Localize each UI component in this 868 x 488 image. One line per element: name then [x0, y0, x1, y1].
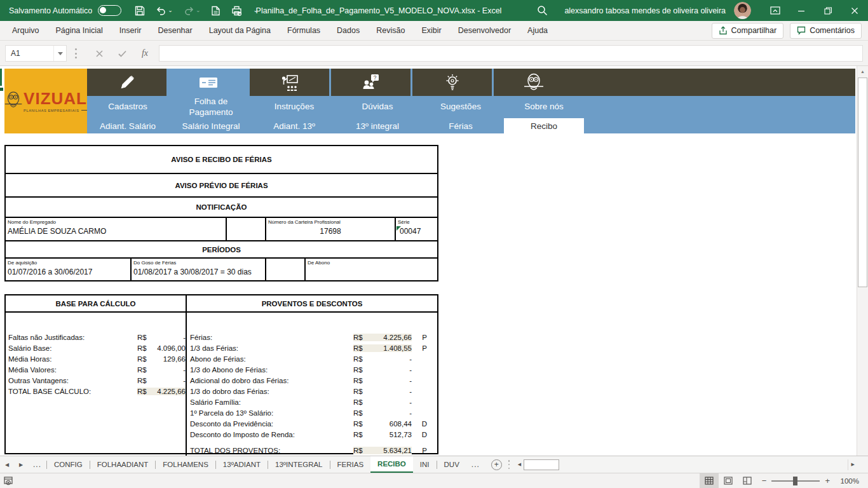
provento-row[interactable]: Salário Família: R$-	[187, 396, 437, 407]
tab-revisao[interactable]: Revisão	[368, 21, 413, 40]
tab-exibir[interactable]: Exibir	[413, 21, 449, 40]
sheet-nav-right-icon[interactable]: ▶	[14, 462, 28, 468]
cancel-entry-button[interactable]	[88, 45, 111, 62]
acquisition-period-cell[interactable]: De aquisição 01/07/2016 a 30/06/2017	[6, 259, 130, 280]
employee-name-cell[interactable]: Nome do Empregado AMÉLIA DE SOUZA CARMO	[6, 218, 226, 240]
zoom-in-button[interactable]: +	[820, 476, 835, 485]
base-row[interactable]: Média Valores: R$-	[6, 364, 186, 375]
user-avatar[interactable]	[734, 2, 751, 19]
page-layout-view-button[interactable]	[719, 473, 738, 488]
work-card-cell[interactable]: Número da Carteira Profissional 17698	[265, 218, 395, 240]
scroll-right-icon[interactable]: ▶	[848, 459, 858, 470]
undo-dropdown-icon[interactable]: ⌄	[168, 8, 173, 13]
allowance-period-cell[interactable]: De Abono	[304, 259, 437, 280]
nav-cadastros[interactable]: Cadastros	[92, 96, 163, 118]
zoom-level[interactable]: 100%	[837, 477, 868, 485]
sheet-tab-folhaadiant[interactable]: FOLHAADIANT	[90, 456, 156, 473]
nav-13-integral[interactable]: 13º integral	[337, 118, 417, 133]
tab-arquivo[interactable]: Arquivo	[4, 21, 47, 40]
insert-function-button[interactable]: fx	[133, 45, 156, 62]
instrucoes-tile[interactable]	[250, 69, 329, 96]
autosave-toggle[interactable]	[98, 5, 121, 16]
print-preview-button[interactable]	[211, 6, 220, 16]
nav-duvidas[interactable]: Dúvidas	[342, 96, 413, 118]
duvidas-tile[interactable]: ?	[331, 69, 410, 96]
provento-row[interactable]: 1º Parcela do 13º Salário: R$-	[187, 407, 437, 418]
page-break-view-button[interactable]	[738, 473, 757, 488]
tab-inserir[interactable]: Inserir	[111, 21, 150, 40]
enter-entry-button[interactable]	[111, 45, 133, 62]
tab-layout-da-pagina[interactable]: Layout da Página	[201, 21, 279, 40]
sheet-tab-13integral[interactable]: 13ºINTEGRAL	[268, 456, 330, 473]
name-box-dropdown[interactable]	[53, 46, 66, 61]
nav-adiant-salario[interactable]: Adiant. Salário	[88, 118, 168, 133]
nav-salario-integral[interactable]: Salário Integral	[171, 118, 251, 133]
provento-row[interactable]: Abono de Férias: R$-	[187, 353, 437, 364]
zoom-slider[interactable]	[771, 480, 820, 482]
base-row[interactable]: Faltas não Justificadas: R$-	[6, 332, 186, 342]
proventos-total-row[interactable]: TOTAL DOS PROVENTOS: R$5.634,21 P	[187, 445, 437, 456]
vertical-scrollbar-thumb[interactable]	[858, 78, 867, 287]
sugestoes-tile[interactable]	[412, 69, 492, 96]
sheet-nav-left-icon[interactable]: ◀	[0, 462, 14, 468]
sheet-overflow-left[interactable]: ...	[28, 460, 46, 469]
vertical-scrollbar[interactable]: ▲	[857, 66, 868, 456]
sheet-tab-recibo-active[interactable]: RECIBO	[370, 456, 413, 473]
tab-desenvolvedor[interactable]: Desenvolvedor	[450, 21, 519, 40]
sheet-tab-folhamens[interactable]: FOLHAMENS	[156, 456, 215, 473]
sheet-overflow-right[interactable]: ...	[466, 460, 485, 469]
search-button[interactable]	[537, 5, 548, 16]
tab-pagina-inicial[interactable]: Página Inicial	[47, 21, 111, 40]
horizontal-scrollbar[interactable]: ◀ ▶	[515, 456, 858, 473]
minimize-button[interactable]	[788, 0, 815, 21]
close-button[interactable]	[841, 0, 868, 21]
sheet-tab-ini[interactable]: INI	[413, 456, 437, 473]
base-row[interactable]: Outras Vantagens: R$-	[6, 375, 186, 386]
zoom-slider-thumb[interactable]	[793, 477, 797, 485]
zoom-out-button[interactable]: −	[757, 476, 772, 485]
nav-adiant-13[interactable]: Adiant. 13º	[254, 118, 334, 133]
cadastros-tile[interactable]	[87, 69, 166, 96]
series-cell[interactable]: Série 00047	[395, 218, 437, 240]
save-button[interactable]	[135, 6, 145, 16]
provento-row[interactable]: Adicional do dobro das Férias: R$-	[187, 375, 437, 386]
scroll-left-icon[interactable]: ◀	[515, 462, 524, 467]
sheet-tab-13adiant[interactable]: 13ºADIANT	[216, 456, 268, 473]
sobre-nos-tile[interactable]	[494, 69, 573, 96]
tab-formulas[interactable]: Fórmulas	[279, 21, 329, 40]
nav-ferias[interactable]: Férias	[421, 118, 501, 133]
tab-ajuda[interactable]: Ajuda	[519, 21, 556, 40]
provento-row[interactable]: 1/3 do dobro das Férias: R$-	[187, 386, 437, 396]
add-sheet-button[interactable]: +	[491, 459, 502, 470]
name-box[interactable]: A1	[5, 45, 67, 62]
tab-dados[interactable]: Dados	[329, 21, 368, 40]
normal-view-button[interactable]	[700, 473, 719, 488]
formula-input[interactable]	[159, 45, 863, 62]
employee-blank-cell[interactable]	[226, 218, 265, 240]
macro-record-button[interactable]	[4, 477, 13, 485]
comments-button[interactable]: Comentários	[790, 23, 862, 39]
quick-print-button[interactable]	[231, 6, 242, 16]
nav-sobre-nos[interactable]: Sobre nós	[508, 96, 580, 118]
base-row[interactable]: Média Horas: R$129,66	[6, 353, 186, 364]
redo-button[interactable]: ⌄	[184, 6, 201, 15]
scroll-up-icon[interactable]: ▲	[857, 66, 868, 77]
restore-button[interactable]	[815, 0, 841, 21]
provento-row[interactable]: Férias: R$4.225,66 P	[187, 332, 437, 342]
sheet-tab-config[interactable]: CONFIG	[47, 456, 90, 473]
provento-row[interactable]: Desconto da Previdência: R$608,44 D	[187, 418, 437, 429]
formula-bar-handle[interactable]	[75, 48, 77, 58]
share-button[interactable]: Compartilhar	[712, 23, 784, 39]
nav-folha-de-pagamento[interactable]: Folha de Pagamento	[175, 96, 247, 118]
undo-button[interactable]: ⌄	[156, 6, 173, 15]
ribbon-display-options-button[interactable]	[763, 0, 788, 21]
nav-sugestoes[interactable]: Sugestões	[425, 96, 496, 118]
enjoyment-period-cell[interactable]: Do Goso de Férias 01/08/2017 a 30/08/201…	[130, 259, 265, 280]
base-total-row[interactable]: TOTAL BASE CÁLCULO: R$4.225,66	[6, 386, 186, 396]
user-name[interactable]: alexsandro tabosa mendes de oliveira oli…	[564, 6, 726, 15]
redo-dropdown-icon[interactable]: ⌄	[196, 8, 201, 13]
tab-desenhar[interactable]: Desenhar	[149, 21, 200, 40]
folha-pagamento-tile[interactable]	[168, 69, 248, 96]
periods-blank-cell[interactable]	[265, 259, 304, 280]
sheet-tab-duv[interactable]: DUV	[437, 456, 466, 473]
